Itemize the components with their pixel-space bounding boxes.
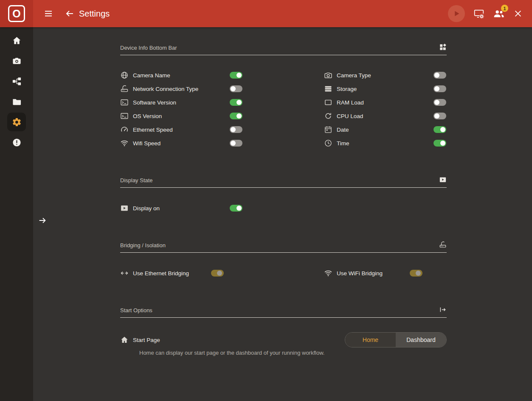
play-icon	[452, 9, 461, 18]
terminal-icon	[120, 98, 129, 107]
setting-row-camera-type: Camera Type	[324, 68, 446, 82]
toggle-knob	[231, 127, 236, 132]
setting-row-date: Date	[324, 123, 446, 136]
setting-label: RAM Load	[337, 99, 364, 106]
setting-row-display-on: Display on	[120, 201, 242, 215]
ethernet-speed-toggle[interactable]	[230, 126, 242, 133]
toggle-knob	[440, 141, 445, 146]
expand-panel-arrow-icon[interactable]	[38, 216, 47, 225]
setting-row-use-ethernet-bridging: Use Ethernet Bridging	[120, 266, 224, 280]
globe-icon	[120, 71, 129, 79]
terminal-icon	[120, 112, 129, 120]
settings-content: Device Info Bottom Bar Camera NameNetwor…	[120, 27, 447, 401]
toggle-knob	[434, 113, 439, 119]
setting-label: Use WiFi Bridging	[337, 270, 383, 277]
setting-label: Ethernet Speed	[133, 127, 173, 133]
section-header-device-info: Device Info Bottom Bar	[120, 43, 447, 55]
setting-row-wifi-speed: Wifi Speed	[120, 136, 242, 150]
setting-label: OS Version	[133, 113, 162, 119]
date-toggle[interactable]	[433, 126, 446, 133]
users-icon[interactable]: 1	[493, 8, 505, 19]
display-settings-icon[interactable]	[473, 8, 484, 19]
sidebar-item-home[interactable]	[7, 31, 26, 50]
topbar-actions: 1	[448, 5, 532, 22]
camera-type-toggle[interactable]	[433, 72, 446, 79]
storage-icon	[324, 85, 332, 93]
camera-name-toggle[interactable]	[230, 72, 242, 79]
setting-label: Network Connection Type	[133, 86, 198, 92]
setting-row-time: Time	[324, 136, 446, 150]
page-title: Settings	[79, 9, 110, 19]
play-button[interactable]	[448, 5, 465, 22]
swap-icon	[120, 269, 129, 277]
setting-label: Software Version	[133, 99, 176, 106]
menu-icon[interactable]	[43, 8, 53, 19]
section-header-start-options: Start Options	[120, 306, 447, 318]
toggle-knob	[236, 73, 242, 78]
section-title: Bridging / Isolation	[120, 242, 166, 249]
start-page-helper-text: Home can display our start page or the d…	[139, 350, 324, 356]
segment-home-button[interactable]: Home	[345, 333, 396, 347]
wifi-icon	[324, 269, 332, 277]
wifi-icon	[120, 139, 129, 147]
storage-toggle[interactable]	[433, 85, 446, 92]
logo-o-icon: O	[8, 5, 25, 22]
segment-dashboard-button[interactable]: Dashboard	[396, 333, 446, 347]
display-state-rows: Display on	[120, 201, 242, 215]
camera-o-icon	[324, 71, 332, 79]
setting-row-storage: Storage	[324, 82, 446, 96]
software-version-toggle[interactable]	[230, 99, 242, 106]
router-icon	[439, 241, 447, 249]
cpu-load-toggle[interactable]	[433, 113, 446, 119]
sidebar-item-camera[interactable]	[7, 51, 26, 70]
toggle-knob	[434, 86, 439, 91]
wifi-speed-toggle[interactable]	[230, 140, 242, 147]
toggle-knob	[434, 100, 439, 105]
toggle-knob	[434, 73, 439, 78]
setting-label: Storage	[337, 86, 357, 92]
toggle-knob	[236, 206, 242, 211]
setting-row-software-version: Software Version	[120, 96, 242, 109]
start-icon	[439, 306, 447, 313]
setting-label: Time	[337, 140, 349, 147]
back-icon[interactable]	[65, 8, 75, 19]
start-page-label: Start Page	[133, 337, 160, 343]
speed-icon	[120, 125, 129, 134]
network-connection-type-toggle[interactable]	[230, 85, 242, 92]
toggle-knob	[440, 127, 445, 132]
section-header-bridging: Bridging / Isolation	[120, 241, 447, 253]
display-on-toggle[interactable]	[230, 205, 242, 212]
sidebar-item-files[interactable]	[7, 92, 26, 111]
use-ethernet-bridging-toggle[interactable]	[211, 270, 224, 277]
setting-label: Camera Type	[337, 72, 371, 79]
setting-row-use-wifi-bridging: Use WiFi Bridging	[324, 266, 422, 280]
toggle-knob	[236, 100, 242, 105]
sidebar-item-notifications[interactable]	[7, 133, 26, 152]
app-logo[interactable]: O	[0, 0, 33, 27]
sidebar-item-workflow[interactable]	[7, 72, 26, 90]
setting-label: Use Ethernet Bridging	[133, 270, 189, 277]
sidebar-item-settings[interactable]	[7, 113, 26, 131]
start-page-row: Start Page Home Dashboard	[120, 330, 447, 349]
start-page-segmented-control: Home Dashboard	[345, 332, 447, 347]
settings-screen: O Settings 1 Device Info Bottom Bar	[0, 0, 532, 401]
time-toggle[interactable]	[433, 140, 446, 147]
sidebar	[0, 27, 33, 401]
toggle-knob	[416, 271, 421, 276]
section-title: Display State	[120, 177, 153, 184]
setting-label: Display on	[133, 205, 160, 212]
close-icon[interactable]	[513, 9, 523, 18]
setting-label: Date	[337, 127, 349, 133]
toggle-knob	[236, 113, 242, 119]
router-icon	[120, 85, 129, 93]
ram-load-toggle[interactable]	[433, 99, 446, 106]
toggle-knob	[231, 141, 236, 146]
setting-row-ethernet-speed: Ethernet Speed	[120, 123, 242, 136]
memory-icon	[324, 98, 332, 107]
os-version-toggle[interactable]	[230, 113, 242, 119]
loop-icon	[324, 112, 332, 120]
use-wifi-bridging-toggle[interactable]	[410, 270, 422, 277]
bridging-rows: Use Ethernet BridgingUse WiFi Bridging	[120, 266, 447, 280]
topbar: O Settings 1	[0, 0, 532, 27]
device-info-right-column: Camera TypeStorageRAM LoadCPU LoadDateTi…	[324, 68, 446, 150]
